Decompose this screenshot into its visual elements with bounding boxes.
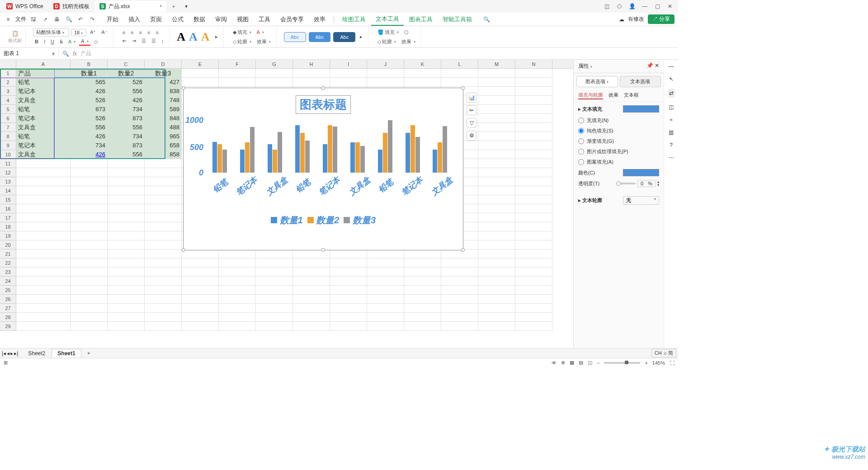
indent-dec-icon[interactable]: ⇤ [121,37,128,45]
row-header-18[interactable]: 18 [0,222,16,231]
cell-K25[interactable] [404,286,441,295]
row-header-16[interactable]: 16 [0,204,16,213]
cell-J1[interactable] [367,69,404,78]
legend-数量2[interactable]: 数量2 [307,214,340,226]
col-header-I[interactable]: I [330,60,367,68]
bar-数量2-2[interactable] [273,150,277,173]
cell-K27[interactable] [404,304,441,313]
cell-N29[interactable] [515,322,552,331]
bar-数量2-8[interactable] [438,142,442,173]
cell-M29[interactable] [478,322,515,331]
cell-D14[interactable] [145,186,182,195]
text-style-more[interactable]: ▸ [213,33,220,41]
cell-E24[interactable] [182,277,219,286]
cell-C20[interactable] [108,240,145,249]
zoom-out-button[interactable]: − [597,360,599,366]
cell-N3[interactable] [515,87,552,96]
cell-H29[interactable] [293,322,330,331]
cell-B12[interactable] [71,168,108,177]
column-headers[interactable]: ABCDEFGHIJKLMN [16,60,573,69]
target-icon[interactable]: ⊕ [561,360,565,366]
cell-J23[interactable] [367,268,404,277]
formula-input[interactable]: 产品 [80,50,91,57]
shape-style-1[interactable]: Abc [284,32,306,42]
row-header-23[interactable]: 23 [0,268,16,277]
cell-M27[interactable] [478,304,515,313]
bar-数量1-1[interactable] [240,150,245,173]
cell-M18[interactable] [478,222,515,231]
cell-B20[interactable] [71,240,108,249]
cell-M2[interactable] [478,78,515,87]
subtab-effect[interactable]: 效果 [609,92,618,99]
cell-A18[interactable] [16,222,71,231]
cell-B15[interactable] [71,195,108,204]
bar-数量3-0[interactable] [222,150,227,173]
cell-A12[interactable] [16,168,71,177]
cell-D8[interactable]: 965 [145,132,182,141]
cell-B17[interactable] [71,213,108,222]
cell-B4[interactable]: 526 [71,96,108,105]
zoom-slider[interactable] [604,362,640,364]
cell-M25[interactable] [478,286,515,295]
search-icon[interactable]: 🔍 [482,15,491,24]
cell-M24[interactable] [478,277,515,286]
chart-plot-area[interactable]: 1000 500 0 [206,118,454,173]
cell-M17[interactable] [478,213,515,222]
row-header-3[interactable]: 3 [0,87,16,96]
menu-图表工具[interactable]: 图表工具 [405,14,437,25]
tab-chart-options[interactable]: 图表选项 [576,76,618,87]
font-shrink-icon[interactable]: A⁻ [99,28,109,36]
cell-K28[interactable] [404,313,441,322]
cell-C7[interactable]: 556 [108,123,145,132]
section-outline-label[interactable]: 文本轮廓 [582,197,602,203]
opacity-slider[interactable] [618,183,636,184]
cell-A8[interactable]: 铅笔 [16,132,71,141]
cell-K21[interactable] [404,249,441,258]
section-fill-label[interactable]: 文本填充 [582,106,602,112]
cell-D13[interactable] [145,177,182,186]
cell-J24[interactable] [367,277,404,286]
cell-D5[interactable]: 589 [145,105,182,114]
highlight-button[interactable]: A [66,38,77,45]
cell-D20[interactable] [145,240,182,249]
cell-B18[interactable] [71,222,108,231]
cell-K24[interactable] [404,277,441,286]
row-header-8[interactable]: 8 [0,132,16,141]
cell-N28[interactable] [515,313,552,322]
cell-G25[interactable] [256,286,293,295]
menu-绘图工具[interactable]: 绘图工具 [338,14,370,25]
cell-I28[interactable] [330,313,367,322]
col-header-E[interactable]: E [182,60,219,68]
cell-H22[interactable] [293,258,330,268]
cell-D2[interactable]: 427 [145,78,182,87]
cell-D28[interactable] [145,313,182,322]
cell-B6[interactable]: 526 [71,114,108,123]
cell-M28[interactable] [478,313,515,322]
cell-B5[interactable]: 873 [71,105,108,114]
cell-D21[interactable] [145,249,182,258]
cell-B7[interactable]: 556 [71,123,108,132]
cell-H23[interactable] [293,268,330,277]
row-header-6[interactable]: 6 [0,114,16,123]
view-break-icon[interactable]: ◫ [588,360,592,366]
cell-F2[interactable] [219,78,256,87]
shape-outline-btn[interactable]: ◇ 轮廓 [376,38,398,46]
row-header-13[interactable]: 13 [0,177,16,186]
cell-L24[interactable] [441,277,478,286]
bold-button[interactable]: B [33,38,40,45]
col-header-G[interactable]: G [256,60,293,68]
cell-B29[interactable] [71,322,108,331]
cell-N19[interactable] [515,231,552,240]
font-color-button[interactable]: A [79,38,90,46]
cell-E2[interactable] [182,78,219,87]
cell-A26[interactable] [16,295,71,304]
cell-J25[interactable] [367,286,404,295]
radio-gradient-fill[interactable] [578,138,584,144]
cell-A16[interactable] [16,204,71,213]
menu-页面[interactable]: 页面 [146,14,166,25]
cell-N2[interactable] [515,78,552,87]
subtab-textbox[interactable]: 文本框 [624,92,639,99]
menu-智能工具箱[interactable]: 智能工具箱 [438,14,476,25]
cell-A17[interactable] [16,213,71,222]
cell-B3[interactable]: 426 [71,87,108,96]
